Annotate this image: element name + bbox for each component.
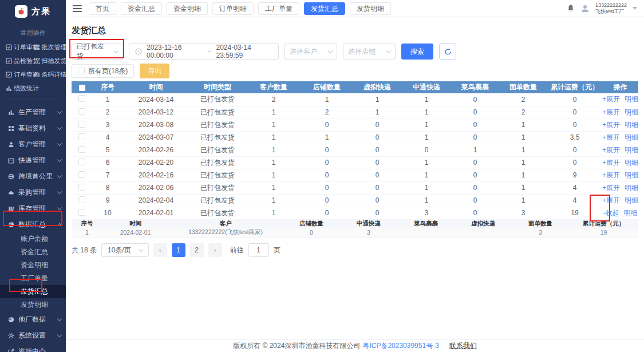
contact-us-link[interactable]: 联系我们 — [449, 341, 477, 351]
tab-发货汇总[interactable]: 发货汇总 — [304, 2, 345, 15]
expand-row-button[interactable]: +展开 — [602, 158, 620, 168]
sidebar-item-采购管理[interactable]: 采购管理 — [0, 184, 66, 200]
sidebar-item-他厂数据[interactable]: 他厂数据 — [0, 311, 66, 327]
chevron-down-icon[interactable] — [633, 7, 637, 10]
row-detail-link[interactable]: 明细 — [625, 145, 638, 155]
column-header-操作: 操作 — [602, 81, 638, 93]
all-pages-option[interactable]: 所有页(18条) — [72, 64, 134, 78]
refresh-button[interactable] — [439, 43, 456, 60]
sidebar-item-生产管理[interactable]: 生产管理 — [0, 104, 66, 120]
tab-首页[interactable]: 首页 — [89, 2, 116, 15]
sidebar-item-库存管理[interactable]: 库存管理 — [0, 200, 66, 216]
row-detail-link[interactable]: 明细 — [624, 208, 638, 218]
quick-action-品检验货[interactable]: 品检验货 — [6, 54, 34, 68]
next-page-button[interactable]: › — [208, 243, 222, 257]
row-checkbox[interactable] — [78, 146, 85, 153]
expand-row-button[interactable]: +展开 — [602, 183, 620, 193]
order-audit-icon — [6, 44, 12, 50]
tab-发货明细[interactable]: 发货明细 — [350, 2, 391, 15]
avatar[interactable] — [580, 4, 590, 13]
expand-row-button[interactable]: +展开 — [602, 94, 620, 104]
sidebar-subitem-账户余额[interactable]: 账户余额 — [0, 232, 66, 246]
sidebar-item-资源中心[interactable]: 资源中心 — [0, 343, 66, 352]
table-cell: 1 — [301, 93, 353, 106]
resource-center-icon — [8, 349, 14, 352]
quick-action-订单审核[interactable]: 订单审核 — [6, 40, 34, 54]
quick-action-批次管理[interactable]: 批次管理 — [34, 40, 62, 54]
sidebar-subitem-发货明细[interactable]: 发货明细 — [0, 298, 66, 311]
app-logo: 方果 — [0, 0, 66, 23]
sidebar-item-跨境首公里[interactable]: 跨境首公里 — [0, 168, 66, 184]
sidebar-item-客户管理[interactable]: 客户管理 — [0, 136, 66, 152]
expand-row-button[interactable]: +展开 — [602, 145, 620, 155]
quick-action-订单查询[interactable]: 订单查询 — [6, 68, 34, 81]
all-pages-checkbox[interactable] — [78, 68, 85, 74]
column-header-累计运费（元）: 累计运费（元） — [547, 81, 602, 93]
quick-action-扫描发货[interactable]: 扫描发货 — [34, 54, 62, 68]
bell-icon[interactable] — [567, 4, 575, 13]
table-cell: 0 — [451, 194, 499, 207]
sidebar-item-数据汇总[interactable]: 数据汇总 — [0, 216, 66, 232]
sidebar-item-系统设置[interactable]: 系统设置 — [0, 327, 66, 343]
search-button[interactable]: 搜索 — [401, 43, 433, 60]
row-checkbox[interactable] — [78, 95, 85, 102]
row-checkbox[interactable] — [78, 196, 85, 203]
row-detail-link[interactable]: 明细 — [625, 196, 638, 205]
sidebar-subitem-发货汇总[interactable]: 发货汇总 — [0, 285, 66, 298]
quick-action-条码详情[interactable]: 条码详情 — [34, 68, 62, 81]
row-checkbox[interactable] — [78, 184, 85, 191]
row-detail-link[interactable]: 明细 — [625, 94, 638, 104]
row-checkbox[interactable] — [78, 108, 85, 115]
chevron-down-icon — [57, 205, 62, 209]
customer-placeholder: 选择客户 — [290, 47, 324, 57]
row-detail-link[interactable]: 明细 — [625, 120, 638, 130]
hamburger-icon[interactable] — [73, 5, 82, 12]
tab-订单明细[interactable]: 订单明细 — [212, 2, 254, 15]
page-button-2[interactable]: 2 — [190, 243, 204, 257]
row-detail-link[interactable]: 明细 — [625, 171, 638, 180]
quick-action-绩效统计[interactable]: 绩效统计 — [6, 81, 34, 95]
page-button-1[interactable]: 1 — [172, 243, 185, 257]
table-cell: 已打包发货 — [189, 207, 246, 219]
shipping-type-select[interactable]: 已打包发货 — [72, 43, 123, 60]
row-checkbox[interactable] — [78, 159, 85, 165]
table-cell: 1 — [402, 106, 451, 118]
table-cell: 0 — [301, 207, 353, 219]
row-detail-link[interactable]: 明细 — [625, 158, 638, 168]
page-size-select[interactable]: 10条/页 — [101, 243, 149, 257]
row-detail-link[interactable]: 明细 — [625, 108, 638, 117]
subtable-cell: 3 — [512, 228, 569, 238]
sidebar-subitem-资金汇总[interactable]: 资金汇总 — [0, 246, 66, 259]
row-detail-link[interactable]: 明细 — [625, 183, 638, 193]
shop-placeholder: 选择店铺 — [348, 47, 382, 57]
collapse-row-button[interactable]: -收起 — [603, 208, 619, 218]
sidebar-item-基础资料[interactable]: 基础资料 — [0, 120, 66, 136]
sidebar-item-快递管理[interactable]: 快递管理 — [0, 152, 66, 168]
shop-select[interactable]: 选择店铺 — [343, 43, 396, 60]
goto-page-input[interactable] — [248, 243, 269, 257]
table-cell: 1 — [499, 144, 547, 156]
row-checkbox[interactable] — [78, 209, 85, 216]
row-checkbox[interactable] — [78, 121, 85, 128]
expand-row-button[interactable]: +展开 — [602, 133, 620, 143]
expand-row-button[interactable]: +展开 — [602, 120, 620, 130]
row-checkbox[interactable] — [78, 133, 85, 140]
expand-row-button[interactable]: +展开 — [602, 108, 620, 117]
prev-page-button[interactable]: ‹ — [153, 243, 167, 257]
date-range-picker[interactable]: 2023-12-16 00:00:00 ~ 2024-03-14 23:59:5… — [129, 43, 279, 60]
customer-select[interactable]: 选择客户 — [285, 43, 337, 60]
select-all-checkbox[interactable] — [79, 85, 85, 91]
tab-资金汇总[interactable]: 资金汇总 — [121, 2, 162, 15]
expand-row-button[interactable]: +展开 — [602, 171, 620, 180]
row-checkbox[interactable] — [78, 171, 85, 178]
row-detail-link[interactable]: 明细 — [625, 133, 638, 143]
tab-工厂单量[interactable]: 工厂单量 — [258, 2, 299, 15]
sidebar-subitem-工厂单量[interactable]: 工厂单量 — [0, 272, 66, 285]
tab-资金明细[interactable]: 资金明细 — [167, 2, 208, 15]
export-button[interactable]: 导出 — [140, 64, 169, 78]
icp-link[interactable]: 粤ICP备2023039951号-3 — [362, 341, 438, 351]
user-info[interactable]: 13322222222 飞快test工厂 — [595, 2, 627, 15]
sidebar-subitem-资金明细[interactable]: 资金明细 — [0, 259, 66, 272]
table-cell: 1 — [499, 169, 547, 181]
expand-row-button[interactable]: +展开 — [602, 196, 620, 205]
